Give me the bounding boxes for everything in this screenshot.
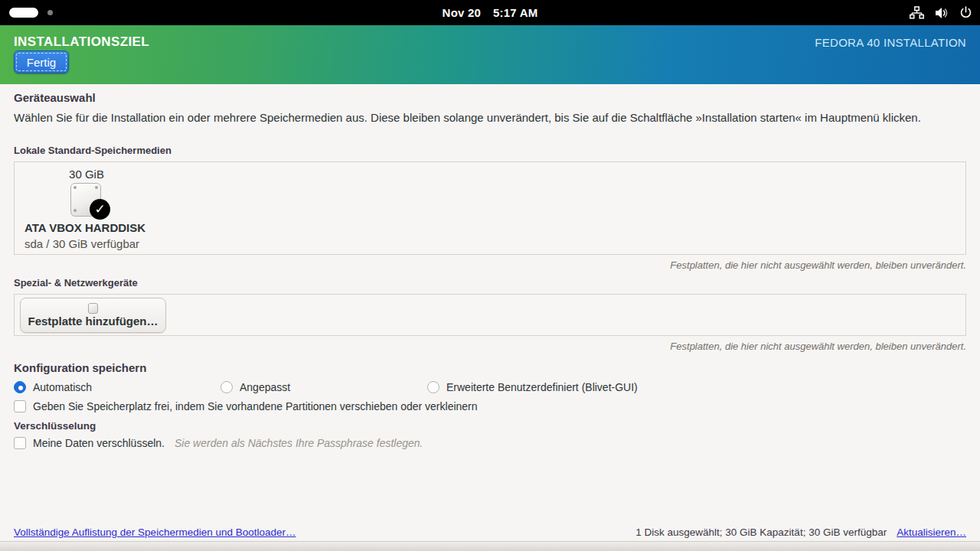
radio-blivet-gui-control[interactable] <box>427 381 439 393</box>
add-disk-button-label: Festplatte hinzufügen… <box>28 315 158 328</box>
reclaim-space-checkbox[interactable] <box>14 400 26 412</box>
reclaim-space-checkbox-row[interactable]: Geben Sie Speicherplatz frei, indem Sie … <box>14 400 966 412</box>
add-disk-icon <box>88 303 98 314</box>
device-selection-description: Wählen Sie für die Installation ein oder… <box>14 111 966 124</box>
add-disk-button[interactable]: Festplatte hinzufügen… <box>20 298 166 333</box>
refresh-link[interactable]: Aktualisieren… <box>897 527 966 538</box>
encryption-heading: Verschlüsselung <box>14 420 966 432</box>
installation-destination-content: Geräteauswahl Wählen Sie für die Install… <box>0 84 980 449</box>
disk-name-label: ATA VBOX HARDDISK <box>24 221 149 234</box>
radio-custom[interactable]: Angepasst <box>220 381 427 393</box>
unselected-disks-note-1: Festplatten, die hier nicht ausgewählt w… <box>14 259 966 271</box>
workspace-pill-active[interactable] <box>9 8 38 18</box>
radio-automatic-control[interactable] <box>14 381 26 393</box>
encrypt-data-checkbox-row[interactable]: Meine Daten verschlüsseln. Sie werden al… <box>14 437 966 449</box>
clock-menu[interactable]: Nov 20 5:17 AM <box>443 6 538 19</box>
installer-header: INSTALLATIONSZIEL FEDORA 40 INSTALLATION… <box>0 25 980 84</box>
network-icon[interactable] <box>910 6 924 19</box>
disk-size-label: 30 GiB <box>24 168 149 181</box>
radio-custom-control[interactable] <box>220 381 233 393</box>
power-icon[interactable] <box>959 6 972 19</box>
passphrase-hint: Sie werden als Nächstes Ihre Passphrase … <box>175 437 423 449</box>
time-label: 5:17 AM <box>493 6 537 19</box>
network-devices-panel: Festplatte hinzufügen… <box>14 294 966 336</box>
disk-tile-sda[interactable]: 30 GiB ✓ ATA VBOX HARDDISK sda / 30 GiB … <box>24 168 149 250</box>
radio-automatic[interactable]: Automatisch <box>14 381 220 393</box>
volume-icon[interactable] <box>935 7 949 19</box>
unselected-disks-note-2: Festplatten, die hier nicht ausgewählt w… <box>14 341 966 352</box>
system-status-area[interactable] <box>910 0 972 25</box>
full-disk-summary-link[interactable]: Vollständige Auflistung der Speichermedi… <box>14 527 296 538</box>
encrypt-data-checkbox[interactable] <box>14 437 26 449</box>
product-title: FEDORA 40 INSTALLATION <box>815 36 966 49</box>
disk-details-label: sda / 30 GiB verfügbar <box>24 237 149 250</box>
gnome-top-bar: Nov 20 5:17 AM <box>0 0 980 25</box>
done-button[interactable]: Fertig <box>14 51 69 73</box>
workspace-indicator[interactable] <box>9 0 53 25</box>
workspace-dot-inactive[interactable] <box>47 10 53 15</box>
network-devices-label: Spezial- & Netzwerkgeräte <box>14 277 966 289</box>
local-disks-panel: 30 GiB ✓ ATA VBOX HARDDISK sda / 30 GiB … <box>14 161 966 255</box>
local-disks-label: Lokale Standard-Speichermedien <box>14 145 966 156</box>
selection-status-text: 1 Disk ausgewählt; 30 GiB Kapazität; 30 … <box>635 527 887 538</box>
disk-selected-check-icon: ✓ <box>90 199 110 220</box>
storage-config-heading: Konfiguration speichern <box>14 361 966 374</box>
device-selection-heading: Geräteauswahl <box>14 91 966 104</box>
partitioning-options: Automatisch Angepasst Erweiterte Benutze… <box>14 381 966 393</box>
window-bottom-edge <box>0 541 980 551</box>
footer-bar: Vollständige Auflistung der Speichermedi… <box>14 527 966 538</box>
page-title: INSTALLATIONSZIEL <box>14 34 149 50</box>
disk-icon: ✓ <box>70 183 103 218</box>
radio-blivet-gui[interactable]: Erweiterte Benutzerdefiniert (Blivet-GUI… <box>427 381 638 393</box>
date-label: Nov 20 <box>443 6 481 19</box>
